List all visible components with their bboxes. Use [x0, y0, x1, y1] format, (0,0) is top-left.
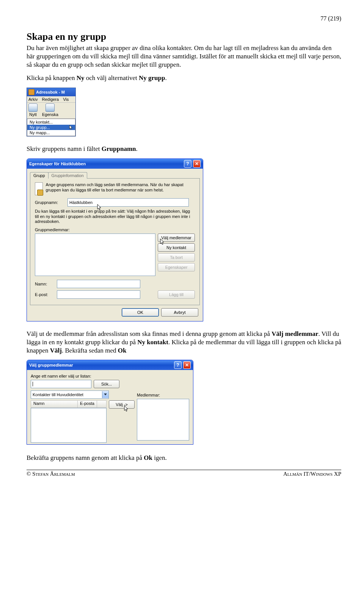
text: Välj ut de medlemmar från adresslistan s…: [27, 330, 271, 337]
menu-item-ny-kontakt[interactable]: Ny kontakt...: [27, 119, 75, 125]
combo-value: Kontakter till Huvudidentitet: [33, 392, 83, 397]
window-titlebar: Välj gruppmedlemmar ? ✕: [27, 360, 193, 370]
label-gruppnamn: Gruppnamn:: [35, 200, 64, 205]
footer-section: Allmän IT/Windows XP: [283, 471, 341, 477]
heading-skapa-ny-grupp: Skapa en ny grupp: [27, 31, 341, 42]
contacts-list[interactable]: [31, 408, 107, 443]
col-namn[interactable]: Namn: [31, 401, 78, 408]
group-description: Ange gruppens namn och lägg sedan till m…: [46, 182, 195, 193]
text-cursor: [33, 382, 33, 386]
bold-ny: Ny: [77, 74, 85, 82]
toolbar-nytt-button[interactable]: Nytt: [28, 103, 38, 117]
ny-kontakt-button[interactable]: Ny kontakt: [158, 243, 195, 252]
bold-ok: Ok: [118, 347, 127, 354]
menubar[interactable]: Arkiv Redigera Vis: [27, 96, 75, 103]
menu-visa[interactable]: Vis: [63, 97, 69, 102]
help-button[interactable]: ?: [174, 361, 182, 369]
close-button[interactable]: ✕: [183, 361, 191, 369]
input-gruppnamn[interactable]: Hästklubben: [67, 198, 189, 207]
text: . Bekräfta sedan med: [62, 347, 118, 354]
toolbar-label: Nytt: [28, 112, 38, 117]
cursor-icon: [69, 125, 74, 130]
label-epost: E-post:: [35, 292, 54, 297]
bold-ok: Ok: [144, 454, 152, 461]
instruction-gruppnamn: Skriv gruppens namn i fältet Gruppnamn.: [27, 145, 341, 153]
identity-combo[interactable]: Kontakter till Huvudidentitet: [31, 390, 109, 399]
tab-gruppinformation[interactable]: Gruppinformation: [48, 172, 87, 179]
screenshot-adressbok-menu: Adressbok - M Arkiv Redigera Vis Nytt Eg…: [27, 88, 76, 136]
bold-valj-medlemmar: Välj medlemmar: [271, 330, 318, 337]
toolbar-label: Egenska: [42, 112, 58, 117]
toolbar: Nytt Egenska: [27, 103, 75, 119]
chevron-down-icon[interactable]: [102, 391, 108, 398]
intro-paragraph: Du har även möjlighet att skapa grupper …: [27, 44, 341, 69]
tabs: Grupp Gruppinformation: [30, 172, 200, 179]
valj-medlemmar-button[interactable]: Välj medlemmar: [158, 234, 195, 242]
tab-grupp[interactable]: Grupp: [30, 172, 49, 179]
screenshot-egenskaper-dialog: Egenskaper för Hästklubben ? ✕ Grupp Gru…: [27, 158, 203, 321]
label-namn: Namn:: [35, 282, 54, 286]
text: Skriv gruppens namn i fältet: [27, 145, 102, 152]
nytt-dropdown: Ny kontakt... Ny grupp... Ny mapp...: [27, 119, 75, 136]
close-button[interactable]: ✕: [193, 160, 201, 168]
screenshot-valj-gruppmedlemmar: Välj gruppmedlemmar ? ✕ Ange ett namn el…: [27, 360, 193, 445]
ta-bort-button[interactable]: Ta bort: [158, 253, 195, 262]
valj-arrow-button[interactable]: Välj ->: [109, 400, 135, 409]
page-footer: © Stefan Ärlemalm Allmän IT/Windows XP: [27, 470, 341, 477]
ok-button[interactable]: OK: [122, 308, 159, 317]
text: .: [165, 74, 166, 82]
instruction-valj-medlemmar: Välj ut de medlemmar från adresslistan s…: [27, 330, 341, 354]
text: och välj alternativet: [84, 74, 139, 82]
lagg-till-button[interactable]: Lägg till: [158, 290, 195, 299]
members-list[interactable]: [137, 399, 189, 441]
group-members-listbox[interactable]: [35, 234, 155, 276]
menu-item-label: Ny grupp...: [30, 125, 50, 130]
egenskaper-button[interactable]: Egenskaper: [158, 263, 195, 271]
menu-item-ny-mapp[interactable]: Ny mapp...: [27, 130, 75, 135]
properties-icon: [46, 103, 55, 112]
help-button[interactable]: ?: [184, 160, 191, 168]
label-gruppmedlemmar: Gruppmedlemmar:: [35, 227, 195, 232]
text: igen.: [152, 454, 167, 461]
bold-ny-kontakt: Ny kontakt: [137, 339, 168, 346]
avbryt-button[interactable]: Avbryt: [161, 308, 198, 317]
page-number: 77 (219): [27, 15, 341, 22]
toolbar-egenskaper-button[interactable]: Egenska: [42, 103, 58, 117]
bold-gruppnamn: Gruppnamn: [102, 145, 136, 152]
input-epost[interactable]: [57, 290, 140, 299]
window-title: Adressbok - M: [36, 90, 65, 94]
window-title: Egenskaper för Hästklubben: [29, 161, 86, 166]
menu-arkiv[interactable]: Arkiv: [28, 97, 38, 102]
window-titlebar: Adressbok - M: [27, 88, 75, 96]
label-medlemmar: Medlemmar:: [137, 393, 189, 397]
label-ange-namn: Ange ett namn eller välj ur listan:: [31, 374, 189, 378]
group-icon: [35, 182, 43, 195]
adressbok-icon: [28, 89, 35, 95]
input-value: Hästklubben: [69, 200, 93, 205]
sok-button[interactable]: Sök...: [94, 380, 119, 388]
menu-item-ny-grupp[interactable]: Ny grupp...: [27, 125, 75, 130]
window-title: Välj gruppmedlemmar: [29, 363, 73, 367]
text: Klicka på knappen: [27, 74, 77, 82]
note-text: Du kan lägga till en kontakt i en grupp …: [35, 209, 195, 224]
input-search[interactable]: [31, 380, 91, 388]
bold-ny-grupp: Ny grupp: [139, 74, 165, 82]
tab-pane-grupp: Ange gruppens namn och lägg sedan till m…: [30, 178, 200, 305]
list-header: Namn E-posta: [31, 400, 107, 408]
bold-valj: Välj: [50, 347, 62, 354]
text: Bekräfta gruppens namn genom att klicka …: [27, 454, 144, 461]
menu-redigera[interactable]: Redigera: [42, 97, 59, 102]
instruction-bekrafta: Bekräfta gruppens namn genom att klicka …: [27, 454, 341, 462]
new-contact-icon: [28, 103, 38, 112]
window-titlebar: Egenskaper för Hästklubben ? ✕: [27, 159, 203, 169]
instruction-click-ny: Klicka på knappen Ny och välj alternativ…: [27, 74, 341, 82]
input-namn[interactable]: [57, 280, 140, 288]
text: .: [136, 145, 138, 152]
col-eposta[interactable]: E-posta: [78, 401, 97, 408]
footer-copyright: © Stefan Ärlemalm: [27, 471, 75, 477]
